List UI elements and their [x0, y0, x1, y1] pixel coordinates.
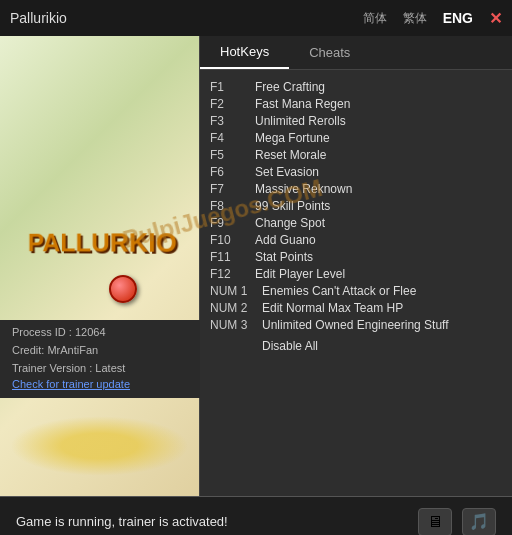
hotkey-f9: F9 Change Spot — [210, 214, 502, 231]
hotkey-disable-all: Disable All — [210, 337, 502, 354]
hotkey-f1: F1 Free Crafting — [210, 78, 502, 95]
close-button[interactable]: ✕ — [489, 9, 502, 28]
hotkey-f7: F7 Massive Reknown — [210, 180, 502, 197]
info-panel: Process ID : 12064 Credit: MrAntiFan Tra… — [0, 320, 200, 398]
app-title: Pallurikio — [10, 10, 359, 26]
label-f11: Stat Points — [255, 250, 313, 264]
key-f1: F1 — [210, 80, 255, 94]
label-f4: Mega Fortune — [255, 131, 330, 145]
label-num2: Edit Normal Max Team HP — [262, 301, 403, 315]
title-bar: Pallurikio 简体 繁体 ENG ✕ — [0, 0, 512, 36]
lang-simplified[interactable]: 简体 — [359, 8, 391, 29]
label-f1: Free Crafting — [255, 80, 325, 94]
splatter-decoration — [10, 416, 189, 476]
right-panel: HotKeys Cheats F1 Free Crafting F2 Fast … — [200, 36, 512, 496]
key-num3: NUM 3 — [210, 318, 262, 332]
lang-english[interactable]: ENG — [439, 8, 477, 28]
key-f11: F11 — [210, 250, 255, 264]
hotkey-num2: NUM 2 Edit Normal Max Team HP — [210, 299, 502, 316]
label-f12: Edit Player Level — [255, 267, 345, 281]
key-f4: F4 — [210, 131, 255, 145]
update-link[interactable]: Check for trainer update — [12, 378, 130, 390]
key-f9: F9 — [210, 216, 255, 230]
credit-label: Credit: MrAntiFan — [12, 344, 188, 356]
game-image-panel: PALLURKIO — [0, 36, 200, 496]
hotkey-f6: F6 Set Evasion — [210, 163, 502, 180]
hotkey-num1: NUM 1 Enemies Can't Attack or Flee — [210, 282, 502, 299]
monitor-icon[interactable]: 🖥 — [418, 508, 452, 536]
main-area: PALLURKIO HotKeys Cheats F1 Free Craftin… — [0, 36, 512, 496]
label-f9: Change Spot — [255, 216, 325, 230]
app-container: Pallurikio 简体 繁体 ENG ✕ PALLURKIO HotKeys… — [0, 0, 512, 535]
hotkey-f8: F8 99 Skill Points — [210, 197, 502, 214]
hotkey-num3: NUM 3 Unlimited Owned Engineering Stuff — [210, 316, 502, 333]
hotkey-f3: F3 Unlimited Rerolls — [210, 112, 502, 129]
key-f5: F5 — [210, 148, 255, 162]
tab-cheats[interactable]: Cheats — [289, 36, 370, 69]
label-f8: 99 Skill Points — [255, 199, 330, 213]
label-disable-all: Disable All — [262, 339, 318, 353]
label-num3: Unlimited Owned Engineering Stuff — [262, 318, 449, 332]
bottom-icons: 🖥 🎵 — [418, 508, 496, 536]
game-logo-text: PALLURKIO — [27, 227, 176, 259]
trainer-version: Trainer Version : Latest — [12, 362, 188, 374]
bottom-bar: Game is running, trainer is activated! 🖥… — [0, 496, 512, 535]
key-f10: F10 — [210, 233, 255, 247]
key-f8: F8 — [210, 199, 255, 213]
label-f7: Massive Reknown — [255, 182, 352, 196]
status-message: Game is running, trainer is activated! — [16, 514, 228, 529]
key-f7: F7 — [210, 182, 255, 196]
label-f3: Unlimited Rerolls — [255, 114, 346, 128]
lang-buttons: 简体 繁体 ENG ✕ — [359, 8, 502, 29]
key-f6: F6 — [210, 165, 255, 179]
tab-hotkeys[interactable]: HotKeys — [200, 36, 289, 69]
hotkey-f11: F11 Stat Points — [210, 248, 502, 265]
hotkey-f10: F10 Add Guano — [210, 231, 502, 248]
music-icon[interactable]: 🎵 — [462, 508, 496, 536]
hotkey-f12: F12 Edit Player Level — [210, 265, 502, 282]
lang-traditional[interactable]: 繁体 — [399, 8, 431, 29]
key-f12: F12 — [210, 267, 255, 281]
label-num1: Enemies Can't Attack or Flee — [262, 284, 416, 298]
tab-bar: HotKeys Cheats — [200, 36, 512, 70]
hotkeys-list: F1 Free Crafting F2 Fast Mana Regen F3 U… — [200, 70, 512, 496]
label-f2: Fast Mana Regen — [255, 97, 350, 111]
key-num1: NUM 1 — [210, 284, 262, 298]
key-f3: F3 — [210, 114, 255, 128]
hotkey-f5: F5 Reset Morale — [210, 146, 502, 163]
key-num2: NUM 2 — [210, 301, 262, 315]
hotkey-f2: F2 Fast Mana Regen — [210, 95, 502, 112]
hotkey-f4: F4 Mega Fortune — [210, 129, 502, 146]
label-f6: Set Evasion — [255, 165, 319, 179]
process-id: Process ID : 12064 — [12, 326, 188, 338]
key-f2: F2 — [210, 97, 255, 111]
character-ball — [109, 275, 137, 303]
label-f10: Add Guano — [255, 233, 316, 247]
label-f5: Reset Morale — [255, 148, 326, 162]
